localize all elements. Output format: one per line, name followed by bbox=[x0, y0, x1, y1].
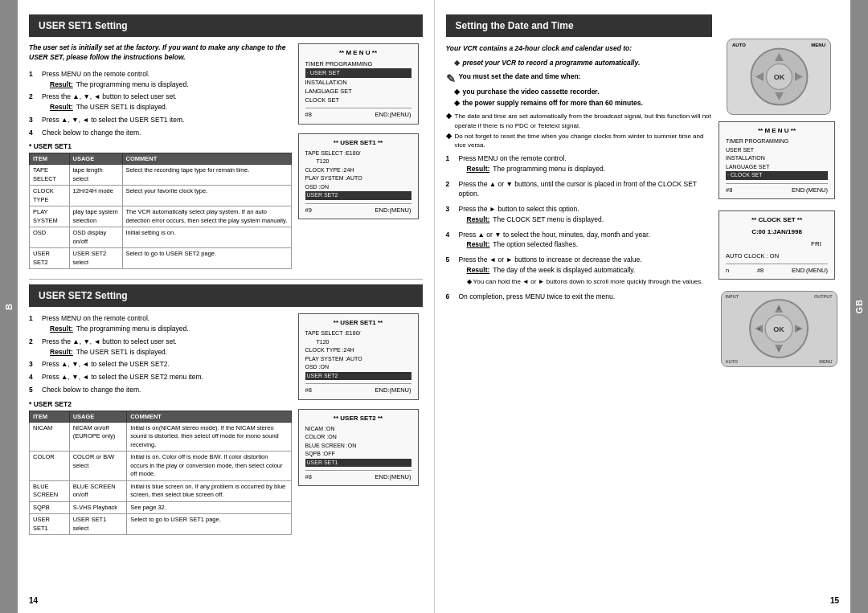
input-label: INPUT bbox=[726, 294, 739, 299]
r-menu-br: END:(MENU) bbox=[792, 186, 828, 194]
td-usage: BLUE SCREEN on/off bbox=[69, 480, 127, 501]
intro-bullet-1: ◆ preset your VCR to record a programme … bbox=[454, 59, 713, 68]
s2-step-4: 4 Press ▲, ▼, ◄ to select the USER SET2 … bbox=[29, 372, 292, 382]
uset1s2-i6: USER SET2 bbox=[305, 372, 411, 381]
user-set1-section: USER SET1 Setting The user set is initia… bbox=[29, 14, 423, 274]
uset1-bottom-right: END:(MENU) bbox=[375, 206, 411, 215]
step-1: 1 Press MENU on the remote control. Resu… bbox=[29, 69, 292, 90]
user-set1-steps: 1 Press MENU on the remote control. Resu… bbox=[29, 69, 292, 138]
s2-step1-rl: Result: bbox=[50, 324, 73, 334]
note-2: ◆ Do not forget to reset the time when y… bbox=[446, 132, 713, 149]
right-page-number: 15 bbox=[830, 596, 839, 605]
user-set2-steps: 1 Press MENU on the remote control. Resu… bbox=[29, 313, 292, 394]
when-note: ✎ You must set the date and time when: bbox=[446, 72, 713, 85]
clock-set-bottom: n #8 END:(MENU) bbox=[726, 264, 828, 275]
td-usage: S-VHS Playback bbox=[69, 501, 127, 514]
uset1-screen-bottom: #9 END:(MENU) bbox=[305, 203, 411, 215]
intro-bold-text: Your VCR contains a 24-hour clock and ca… bbox=[446, 44, 633, 52]
td-item: NICAM bbox=[30, 422, 70, 452]
table-row: OSD OSD display on/off Initial setting i… bbox=[30, 227, 292, 248]
d-pad-svg: OK bbox=[749, 47, 809, 107]
vcr-remote-top: AUTO MENU OK bbox=[719, 39, 839, 115]
r-step4-rt: The option selected flashes. bbox=[493, 239, 578, 250]
uset1s2-i4: PLAY SYSTEM :AUTO bbox=[305, 355, 411, 364]
table-row: COLOR COLOR or B/W select Initial is on.… bbox=[30, 452, 292, 481]
note-text-2: Do not forget to reset the time when you… bbox=[455, 132, 713, 149]
td-item: USER SET2 bbox=[30, 248, 70, 269]
td-comment: Initial is blue screen on. If any proble… bbox=[127, 480, 291, 501]
r-step3-rl: Result: bbox=[467, 215, 490, 225]
r-menu-i4: LANGUAGE SET bbox=[726, 163, 828, 172]
th-comment: COMMENT bbox=[127, 411, 291, 422]
r-step3-text: Press the ► button to select this option… bbox=[459, 205, 579, 213]
td-comment: Initial setting is on. bbox=[122, 227, 291, 248]
td-usage: USER SET2 select bbox=[69, 248, 122, 269]
uset1-item-5: OSD :ON bbox=[305, 183, 411, 192]
uset1s2-i3: CLOCK TYPE :24H bbox=[305, 346, 411, 355]
menu-item-4: LANGUAGE SET bbox=[305, 87, 411, 96]
s2-step-2: 2 Press the ▲, ▼, ◄ button to select use… bbox=[29, 337, 292, 358]
user-set2-table-title: * USER SET2 bbox=[29, 400, 292, 408]
td-usage: COLOR or B/W select bbox=[69, 452, 127, 481]
when-label: You must set the date and time when: bbox=[459, 72, 581, 80]
uset2-i4: SQPB :OFF bbox=[305, 450, 411, 459]
s2-step5-text: Check below to change the item. bbox=[42, 386, 141, 394]
td-item: SQPB bbox=[30, 501, 70, 514]
r-menu-i3: INSTALLATION bbox=[726, 154, 828, 163]
td-usage: tape length select bbox=[69, 165, 122, 186]
clock-set-bl: n bbox=[726, 266, 729, 275]
uset2-screen-title: ** USER SET2 ** bbox=[305, 414, 411, 423]
when-bullet-1: ◆ you purchase the video cassette record… bbox=[454, 88, 713, 97]
right-intro-bold: Your VCR contains a 24-hour clock and ca… bbox=[446, 43, 713, 54]
s2-step-5: 5 Check below to change the item. bbox=[29, 385, 292, 395]
menu-item-5: CLOCK SET bbox=[305, 96, 411, 104]
user-set1-intro: The user set is initially set at the fac… bbox=[29, 43, 292, 63]
d-pad-bottom: OK ▲ 2 ◄ ► bbox=[747, 296, 811, 362]
th-usage: USAGE bbox=[69, 153, 122, 165]
note-1: ◆ The date and time are set automaticall… bbox=[446, 112, 713, 129]
r-menu-i1: TIMER PROGRAMMING bbox=[726, 137, 828, 146]
when-bullet-text-1: you purchase the video cassette recorder… bbox=[463, 88, 600, 97]
user-set2-header: USER SET2 Setting bbox=[29, 284, 423, 307]
menu-label-b: MENU bbox=[819, 359, 832, 364]
td-comment: Select your favorite clock type. bbox=[122, 186, 291, 206]
r-step-1: 1 Press MENU on the remote control. Resu… bbox=[446, 153, 713, 174]
clock-set-br2: #8 bbox=[757, 266, 764, 275]
uset1-item-3: CLOCK TYPE :24H bbox=[305, 166, 411, 175]
left-page: USER SET1 Setting The user set is initia… bbox=[18, 0, 435, 613]
r-menu-i5: · CLOCK SET bbox=[726, 171, 828, 180]
th-comment: COMMENT bbox=[122, 153, 291, 165]
td-item: COLOR bbox=[30, 452, 70, 481]
table-row: CLOCK TYPE 12H/24H mode Select your favo… bbox=[30, 186, 292, 206]
menu-item-1: TIMER PROGRAMMING bbox=[305, 59, 411, 68]
s2-step2-text: Press the ▲, ▼, ◄ button to select user … bbox=[42, 337, 177, 345]
td-comment: The VCR automatically select play system… bbox=[122, 206, 291, 227]
auto-label: AUTO bbox=[732, 43, 746, 47]
s2-step-1: 1 Press MENU on the remote control. Resu… bbox=[29, 313, 292, 334]
r-step1-text: Press MENU on the remote control. bbox=[459, 154, 567, 162]
svg-text:◄: ◄ bbox=[756, 326, 760, 331]
screen-bottom-left: #8 bbox=[305, 110, 312, 119]
step-1-content: Press MENU on the remote control. Result… bbox=[42, 69, 292, 90]
page-container: B USER SET1 Setting The user set is init… bbox=[0, 0, 868, 613]
uset1-item-2: T120 bbox=[305, 157, 411, 166]
r-step4-rl: Result: bbox=[467, 239, 490, 250]
r-step-4: 4 Press ▲ or ▼ to select the hour, minut… bbox=[446, 230, 713, 251]
table-row: NICAM NICAM on/off (EUROPE only) Initial… bbox=[30, 422, 292, 452]
vcr-remote-bottom: INPUT OUTPUT AUTO MENU OK bbox=[719, 291, 839, 367]
step-3-content: Press ▲, ▼, ◄ to select the USER SET1 it… bbox=[42, 115, 292, 125]
uset1-item-4: PLAY SYSTEM :AUTO bbox=[305, 174, 411, 183]
menu-screen-title: ** M E N U ** bbox=[305, 48, 411, 58]
clock-time: C:00 1:JAN/1998 bbox=[726, 227, 828, 237]
uset2-i1: NICAM :ON bbox=[305, 425, 411, 434]
step-3-num: 3 bbox=[29, 115, 37, 125]
uset2-bl: #8 bbox=[305, 472, 312, 481]
step-4-content: Check below to change the item. bbox=[42, 128, 292, 138]
r-step5-note: ◆ You can hold the ◄ or ► buttons down t… bbox=[467, 277, 713, 287]
r-step1-rl: Result: bbox=[467, 164, 490, 174]
step-1-result: Result: The programming menu is displaye… bbox=[50, 80, 292, 90]
step-2: 2 Press the ▲, ▼, ◄ button to select use… bbox=[29, 92, 292, 112]
clock-set-screen: ** CLOCK SET ** C:00 1:JAN/1998 FRI AUTO… bbox=[719, 210, 835, 280]
table-row: USER SET2 USER SET2 select Select to go … bbox=[30, 248, 292, 269]
r-step-3: 3 Press the ► button to select this opti… bbox=[446, 204, 713, 225]
